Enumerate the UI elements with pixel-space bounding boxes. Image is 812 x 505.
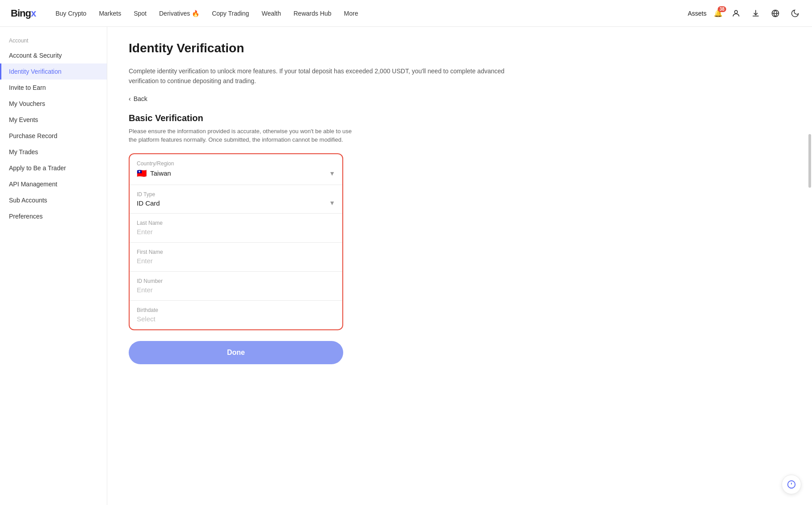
id-type-label: ID Type bbox=[137, 191, 335, 198]
birthdate-field[interactable]: Birthdate Select bbox=[130, 301, 342, 329]
sidebar-item-my-trades[interactable]: My Trades bbox=[0, 144, 107, 160]
sidebar-item-invite-to-earn[interactable]: Invite to Earn bbox=[0, 80, 107, 96]
profile-icon[interactable] bbox=[730, 7, 742, 20]
scrollbar-thumb[interactable] bbox=[808, 134, 811, 188]
svg-point-0 bbox=[735, 10, 738, 13]
sidebar-item-purchase-record[interactable]: Purchase Record bbox=[0, 128, 107, 144]
sidebar-item-my-events[interactable]: My Events bbox=[0, 112, 107, 128]
id-number-label: ID Number bbox=[137, 278, 335, 284]
last-name-field[interactable]: Last Name Enter bbox=[130, 214, 342, 243]
verification-form-card: Country/Region 🇹🇼 Taiwan ▼ ID Type ID Ca… bbox=[129, 153, 343, 330]
language-icon[interactable] bbox=[769, 7, 782, 20]
id-number-field[interactable]: ID Number Enter bbox=[130, 272, 342, 301]
notification-badge: 38 bbox=[718, 6, 726, 12]
theme-icon[interactable] bbox=[789, 7, 801, 20]
id-type-row: ID Card ▼ bbox=[137, 199, 335, 207]
id-type-chevron-icon: ▼ bbox=[329, 199, 335, 206]
main-content: Identity Verification Complete identity … bbox=[107, 27, 812, 505]
first-name-placeholder: Enter bbox=[137, 257, 153, 265]
chevron-left-icon: ‹ bbox=[129, 95, 131, 102]
section-desc: Please ensure the information provided i… bbox=[129, 127, 352, 144]
nav-rewards-hub[interactable]: Rewards Hub bbox=[288, 7, 337, 20]
nav-derivatives[interactable]: Derivatives 🔥 bbox=[154, 7, 205, 20]
country-chevron-icon: ▼ bbox=[329, 170, 335, 177]
nav-copy-trading[interactable]: Copy Trading bbox=[206, 7, 254, 20]
main-nav: Buy Crypto Markets Spot Derivatives 🔥 Co… bbox=[50, 7, 688, 20]
country-label: Country/Region bbox=[137, 160, 335, 167]
first-name-field[interactable]: First Name Enter bbox=[130, 243, 342, 272]
country-value-row: 🇹🇼 Taiwan bbox=[137, 168, 171, 178]
nav-spot[interactable]: Spot bbox=[128, 7, 152, 20]
nav-markets[interactable]: Markets bbox=[93, 7, 126, 20]
assets-button[interactable]: Assets bbox=[688, 10, 707, 17]
country-field[interactable]: Country/Region 🇹🇼 Taiwan ▼ bbox=[130, 154, 342, 185]
section-title: Basic Verification bbox=[129, 113, 791, 123]
sidebar-item-identity-verification[interactable]: Identity Verification bbox=[0, 63, 107, 80]
birthdate-placeholder: Select bbox=[137, 315, 156, 323]
nav-more[interactable]: More bbox=[339, 7, 364, 20]
back-label: Back bbox=[134, 95, 147, 102]
logo[interactable]: Bingx bbox=[11, 8, 36, 19]
first-name-label: First Name bbox=[137, 249, 335, 255]
back-button[interactable]: ‹ Back bbox=[129, 95, 147, 102]
sidebar-item-preferences[interactable]: Preferences bbox=[0, 208, 107, 224]
taiwan-flag: 🇹🇼 bbox=[137, 168, 147, 178]
nav-wealth[interactable]: Wealth bbox=[256, 7, 286, 20]
sidebar-item-sub-accounts[interactable]: Sub Accounts bbox=[0, 192, 107, 208]
id-type-field[interactable]: ID Type ID Card ▼ bbox=[130, 185, 342, 214]
sidebar-item-account-security[interactable]: Account & Security bbox=[0, 47, 107, 63]
id-number-placeholder: Enter bbox=[137, 286, 153, 294]
download-icon[interactable] bbox=[749, 7, 762, 20]
sidebar: Account Account & Security Identity Veri… bbox=[0, 27, 107, 505]
sidebar-item-api-management[interactable]: API Management bbox=[0, 176, 107, 192]
country-row: 🇹🇼 Taiwan ▼ bbox=[137, 168, 335, 178]
sidebar-item-my-vouchers[interactable]: My Vouchers bbox=[0, 96, 107, 112]
last-name-label: Last Name bbox=[137, 220, 335, 226]
notification-button[interactable]: 🔔 38 bbox=[714, 9, 723, 17]
done-button[interactable]: Done bbox=[129, 341, 343, 364]
last-name-placeholder: Enter bbox=[137, 228, 153, 236]
page-title: Identity Verification bbox=[129, 41, 791, 55]
country-value: Taiwan bbox=[150, 169, 171, 177]
sidebar-group-label: Account bbox=[0, 38, 107, 47]
sidebar-item-apply-trader[interactable]: Apply to Be a Trader bbox=[0, 160, 107, 176]
header: Bingx Buy Crypto Markets Spot Derivative… bbox=[0, 0, 812, 27]
support-bubble[interactable] bbox=[782, 475, 801, 494]
header-actions: Assets 🔔 38 bbox=[688, 7, 801, 20]
birthdate-label: Birthdate bbox=[137, 307, 335, 313]
nav-buy-crypto[interactable]: Buy Crypto bbox=[50, 7, 92, 20]
id-type-value: ID Card bbox=[137, 199, 160, 207]
page-layout: Account Account & Security Identity Veri… bbox=[0, 27, 812, 505]
info-text: Complete identity verification to unlock… bbox=[129, 66, 531, 86]
